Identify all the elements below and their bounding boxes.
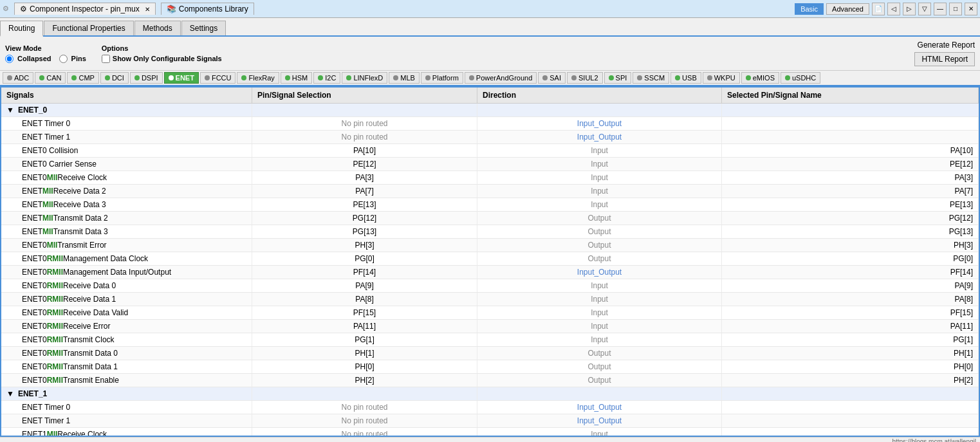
table-row[interactable]: ENET MII Receive Data 3 PE[13] Input PE[…	[1, 198, 979, 212]
advanced-mode-button[interactable]: Advanced	[826, 3, 869, 15]
comp-tab-emios[interactable]: eMIOS	[741, 72, 779, 84]
table-row[interactable]: ENET Timer 0 No pin routed Input_Output	[1, 401, 979, 414]
table-row[interactable]: ENET0 RMII Transmit Data 0 PH[1] Output …	[1, 347, 979, 360]
tab-settings[interactable]: Settings	[181, 21, 226, 35]
comp-tab-i2c[interactable]: I2C	[313, 72, 340, 84]
comp-tab-flexray[interactable]: FlexRay	[237, 72, 279, 84]
back-icon[interactable]: ◁	[887, 3, 900, 15]
forward-icon[interactable]: ▷	[903, 3, 916, 15]
close-icon[interactable]: ✕	[965, 3, 977, 15]
pin-selection-cell[interactable]: No pin routed	[252, 414, 477, 427]
comp-tab-hsm[interactable]: HSM	[281, 72, 312, 84]
comp-tab-sscm[interactable]: SSCM	[633, 72, 669, 84]
comp-tab-adc[interactable]: ADC	[3, 72, 33, 84]
comp-tab-sai[interactable]: SAI	[538, 72, 566, 84]
maximize-icon[interactable]: □	[949, 3, 962, 15]
html-report-button[interactable]: HTML Report	[914, 52, 975, 66]
tab-component-inspector[interactable]: ⚙ Component Inspector - pin_mux ✕	[14, 3, 156, 15]
tab-functional-properties[interactable]: Functional Properties	[44, 21, 133, 35]
table-row[interactable]: ENET0 RMII Receive Data Valid PF[15] Inp…	[1, 306, 979, 320]
pins-radio[interactable]	[59, 55, 68, 63]
table-row[interactable]: ENET0 Collision PA[10] Input PA[10]	[1, 144, 979, 158]
tab-routing[interactable]: Routing	[0, 21, 43, 37]
view-mode-radio-group: Collapsed Pins	[5, 55, 86, 63]
comp-tab-mlb[interactable]: MLB	[389, 72, 420, 84]
pin-selection-cell[interactable]: No pin routed	[252, 131, 477, 143]
table-row[interactable]: ENET0 RMII Transmit Enable PH[2] Output …	[1, 374, 979, 387]
comp-tab-spi[interactable]: SPI	[604, 72, 632, 84]
pin-selection-cell[interactable]: PG[1]	[252, 333, 477, 346]
pin-selection-cell[interactable]: PG[12]	[252, 212, 477, 225]
basic-mode-button[interactable]: Basic	[795, 3, 824, 15]
comp-tab-enet[interactable]: ENET	[164, 72, 199, 84]
group-dir-cell	[477, 104, 722, 116]
pin-selection-cell[interactable]: PH[2]	[252, 374, 477, 387]
pin-selection-cell[interactable]: PA[10]	[252, 144, 477, 157]
pin-selection-cell[interactable]: PF[15]	[252, 306, 477, 319]
file-icon[interactable]: 📄	[872, 3, 885, 15]
table-row[interactable]: ENET MII Transmit Data 3 PG[13] Output P…	[1, 225, 979, 239]
pin-selection-cell[interactable]: PA[9]	[252, 279, 477, 292]
pin-selection-cell[interactable]: No pin routed	[252, 117, 477, 130]
pin-selection-cell[interactable]: PF[14]	[252, 266, 477, 279]
pin-selection-cell[interactable]: PA[7]	[252, 185, 477, 198]
comp-tab-usb[interactable]: USB	[670, 72, 701, 84]
comp-tab-linflexd[interactable]: LINFlexD	[342, 72, 387, 84]
pin-selection-cell[interactable]: No pin routed	[252, 428, 477, 436]
comp-tab-wkpu[interactable]: WKPU	[703, 72, 740, 84]
pin-selection-cell[interactable]: PH[0]	[252, 360, 477, 373]
pin-selection-cell[interactable]: PA[3]	[252, 171, 477, 184]
pin-selection-cell[interactable]: No pin routed	[252, 401, 477, 414]
comp-tab-dci[interactable]: DCI	[100, 72, 129, 84]
table-row[interactable]: ENET0 RMII Transmit Clock PG[1] Input PG…	[1, 333, 979, 347]
table-row[interactable]: ENET MII Transmit Data 2 PG[12] Output P…	[1, 212, 979, 225]
pins-option[interactable]: Pins	[59, 55, 86, 63]
comp-tab-powerandground[interactable]: PowerAndGround	[465, 72, 537, 84]
show-configurable-checkbox[interactable]	[102, 55, 110, 63]
comp-tab-platform[interactable]: Platform	[421, 72, 463, 84]
table-row[interactable]: ENET Timer 1 No pin routed Input_Output	[1, 131, 979, 144]
pin-selection-cell[interactable]: PA[11]	[252, 320, 477, 333]
pin-selection-cell[interactable]: PE[12]	[252, 158, 477, 170]
collapsed-option[interactable]: Collapsed	[5, 55, 51, 63]
comp-tab-cmp[interactable]: CMP	[67, 72, 98, 84]
dropdown-icon[interactable]: ▽	[918, 3, 931, 15]
group-row-enet_1[interactable]: ▼ ENET_1	[1, 387, 979, 401]
table-row[interactable]: ENET0 Carrier Sense PE[12] Input PE[12]	[1, 158, 979, 171]
pin-selection-cell[interactable]: PG[0]	[252, 252, 477, 265]
pin-selection-cell[interactable]: PH[1]	[252, 347, 477, 360]
collapsed-radio[interactable]	[5, 55, 14, 63]
comp-tab-fccu[interactable]: FCCU	[200, 72, 236, 84]
group-toggle[interactable]: ▼	[6, 106, 14, 115]
show-configurable-option[interactable]: Show Only Configurable Signals	[102, 55, 222, 63]
table-row[interactable]: ENET0 RMII Management Data Clock PG[0] O…	[1, 252, 979, 266]
table-row[interactable]: ENET Timer 0 No pin routed Input_Output	[1, 117, 979, 131]
comp-tab-siul2[interactable]: SIUL2	[567, 72, 603, 84]
table-row[interactable]: ENET0 RMII Receive Data 1 PA[8] Input PA…	[1, 293, 979, 306]
pin-selection-cell[interactable]: PG[13]	[252, 225, 477, 238]
comp-tab-usdhc[interactable]: uSDHC	[781, 72, 820, 84]
table-body[interactable]: ▼ ENET_0 ENET Timer 0 No pin routed Inpu…	[1, 104, 979, 436]
options-section: Options Show Only Configurable Signals	[102, 44, 222, 63]
table-row[interactable]: ENET1 MII Receive Clock No pin routed In…	[1, 428, 979, 436]
table-row[interactable]: ENET0 RMII Receive Error PA[11] Input PA…	[1, 320, 979, 333]
table-row[interactable]: ENET Timer 1 No pin routed Input_Output	[1, 414, 979, 428]
table-row[interactable]: ENET0 RMII Transmit Data 1 PH[0] Output …	[1, 360, 979, 374]
tab-methods[interactable]: Methods	[134, 21, 181, 35]
comp-tab-dspi[interactable]: DSPI	[130, 72, 163, 84]
minimize-icon[interactable]: —	[934, 3, 947, 15]
pin-selection-cell[interactable]: PA[8]	[252, 293, 477, 306]
comp-tab-can[interactable]: CAN	[35, 72, 66, 84]
table-row[interactable]: ENET0 MII Transmit Error PH[3] Output PH…	[1, 239, 979, 252]
tab-components-library[interactable]: 📚 Components Library	[161, 3, 254, 15]
table-row[interactable]: ENET MII Receive Data 2 PA[7] Input PA[7…	[1, 185, 979, 198]
pin-selection-cell[interactable]: PH[3]	[252, 239, 477, 252]
pin-selection-cell[interactable]: PE[13]	[252, 198, 477, 211]
table-row[interactable]: ENET0 MII Receive Clock PA[3] Input PA[3…	[1, 171, 979, 185]
group-row-enet_0[interactable]: ▼ ENET_0	[1, 104, 979, 117]
table-row[interactable]: ENET0 RMII Receive Data 0 PA[9] Input PA…	[1, 279, 979, 293]
group-toggle[interactable]: ▼	[6, 389, 14, 398]
direction-value: Output	[587, 227, 611, 236]
table-row[interactable]: ENET0 RMII Management Data Input/Output …	[1, 266, 979, 279]
tab-close-icon[interactable]: ✕	[145, 6, 150, 13]
